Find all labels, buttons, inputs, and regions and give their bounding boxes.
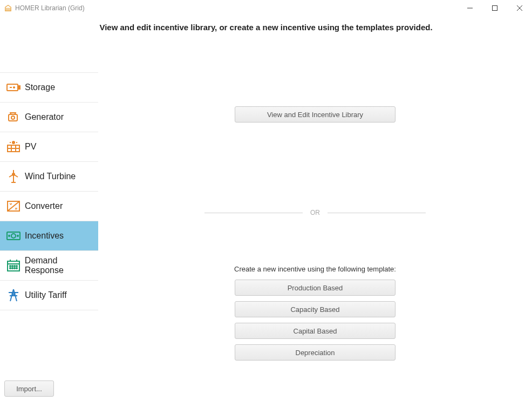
svg-point-10 xyxy=(11,116,15,119)
sidebar-item-label: Wind Turbine xyxy=(25,172,76,181)
svg-point-34 xyxy=(9,235,10,236)
or-text: OR xyxy=(303,209,328,216)
sidebar-item-label: Utility Tariff xyxy=(25,290,67,300)
template-capital-based-button[interactable]: Capital Based xyxy=(235,323,395,339)
svg-point-41 xyxy=(12,266,13,267)
wind-turbine-icon xyxy=(5,169,22,183)
sidebar-item-converter[interactable]: Converter xyxy=(0,192,98,221)
import-button[interactable]: Import... xyxy=(4,380,54,397)
template-capacity-based-button[interactable]: Capacity Based xyxy=(235,301,395,317)
template-depreciation-button[interactable]: Depreciation xyxy=(235,344,395,361)
template-button-label: Production Based xyxy=(288,284,343,292)
svg-point-33 xyxy=(11,234,16,238)
sidebar-item-wind-turbine[interactable]: Wind Turbine xyxy=(0,162,98,192)
content-area: View and Edit Incentive Library OR Creat… xyxy=(98,42,532,401)
svg-point-40 xyxy=(10,266,11,267)
svg-point-45 xyxy=(12,268,13,269)
maximize-button[interactable] xyxy=(482,0,507,16)
view-edit-library-label: View and Edit Incentive Library xyxy=(267,111,363,119)
solar-panel-icon xyxy=(5,141,22,153)
svg-point-35 xyxy=(17,235,18,236)
window-controls xyxy=(458,0,532,16)
close-button[interactable] xyxy=(507,0,532,16)
sidebar-item-label: Converter xyxy=(25,201,63,211)
svg-point-43 xyxy=(16,266,17,267)
power-tower-icon xyxy=(5,288,22,302)
sidebar-item-demand-response[interactable]: Demand Response xyxy=(0,251,98,281)
titlebar: HOMER Librarian (Grid) xyxy=(0,0,532,16)
sidebar: Storage Generator xyxy=(0,42,98,401)
svg-point-47 xyxy=(16,268,17,269)
sidebar-item-label: Incentives xyxy=(25,231,64,241)
svg-rect-5 xyxy=(18,86,20,89)
template-button-label: Capacity Based xyxy=(290,305,339,314)
svg-rect-9 xyxy=(9,114,17,121)
svg-line-28 xyxy=(8,201,19,211)
sidebar-item-generator[interactable]: Generator xyxy=(0,103,98,132)
svg-rect-4 xyxy=(7,84,18,91)
page-description: View and edit incentive library, or crea… xyxy=(0,16,532,42)
svg-point-18 xyxy=(12,141,15,144)
sidebar-item-pv[interactable]: PV xyxy=(0,132,98,162)
svg-point-44 xyxy=(10,268,11,269)
sidebar-item-utility-tariff[interactable]: Utility Tariff xyxy=(0,281,98,310)
engine-icon xyxy=(5,111,22,123)
money-icon xyxy=(5,230,22,241)
minimize-button[interactable] xyxy=(458,0,482,16)
template-heading: Create a new incentive using the followi… xyxy=(234,265,396,273)
or-divider: OR xyxy=(204,209,426,216)
import-button-label: Import... xyxy=(16,385,42,393)
sidebar-item-label: Generator xyxy=(25,112,64,122)
sidebar-item-storage[interactable]: Storage xyxy=(0,73,98,103)
window-title: HOMER Librarian (Grid) xyxy=(15,4,85,12)
converter-icon xyxy=(5,200,22,212)
svg-point-42 xyxy=(14,266,15,267)
template-button-label: Depreciation xyxy=(296,349,335,357)
template-production-based-button[interactable]: Production Based xyxy=(235,280,395,296)
sidebar-item-label: Storage xyxy=(25,83,55,92)
calendar-icon xyxy=(5,259,22,272)
view-edit-library-button[interactable]: View and Edit Incentive Library xyxy=(235,106,395,123)
sidebar-item-label: Demand Response xyxy=(25,256,98,275)
app-icon xyxy=(4,4,12,12)
template-button-label: Capital Based xyxy=(294,327,337,335)
sidebar-item-incentives[interactable]: Incentives xyxy=(0,221,98,251)
svg-rect-1 xyxy=(493,6,497,11)
battery-icon xyxy=(5,82,22,93)
svg-point-46 xyxy=(14,268,15,269)
sidebar-item-label: PV xyxy=(25,142,36,152)
